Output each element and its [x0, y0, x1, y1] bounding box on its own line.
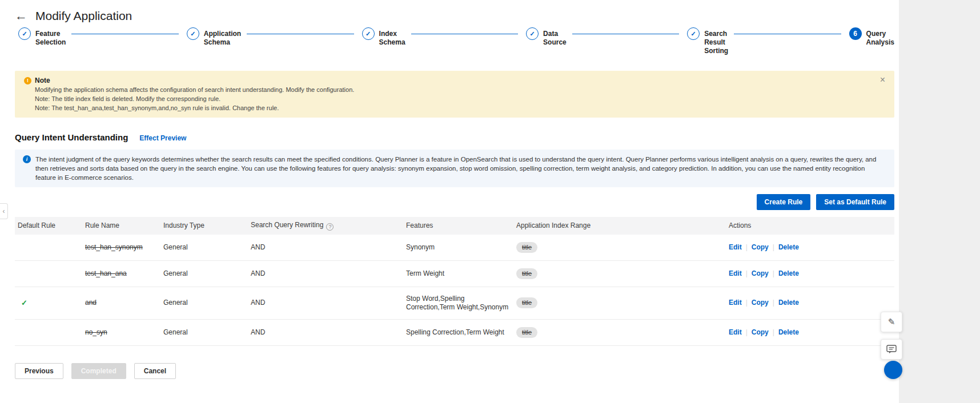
rule-name-cell: and: [82, 287, 160, 319]
table-row: test_han_synonym General AND Synonym tit…: [15, 235, 894, 261]
step-label-line: Analysis: [866, 38, 894, 47]
copy-link[interactable]: Copy: [752, 269, 769, 277]
default-rule-cell: [15, 260, 82, 287]
step-query-analysis[interactable]: 6 Query Analysis: [849, 27, 894, 47]
collapse-panel-handle[interactable]: ‹: [0, 203, 8, 219]
step-connector: [411, 34, 518, 34]
feedback-float-button[interactable]: [881, 339, 902, 360]
previous-button[interactable]: Previous: [15, 363, 63, 379]
query-rewriting-cell: AND: [248, 287, 403, 319]
step-label-line: Feature: [35, 30, 66, 38]
check-icon: ✓: [529, 30, 535, 38]
page-title: Modify Application: [35, 9, 132, 23]
right-gutter: [899, 0, 980, 403]
default-check-icon: ✓: [18, 299, 27, 307]
step-label-line: Source: [543, 38, 567, 47]
rule-name: test_han_ana: [85, 269, 127, 277]
edit-link[interactable]: Edit: [729, 243, 742, 251]
help-icon[interactable]: ?: [326, 223, 334, 231]
note-line: Note: The test_han_ana,test_han_synonym,…: [35, 104, 871, 112]
features-cell: Synonym: [403, 235, 513, 261]
step-done-circle: ✓: [526, 27, 539, 40]
col-application-index-range: Application Index Range: [513, 217, 726, 235]
step-feature-selection[interactable]: ✓ Feature Selection: [18, 27, 66, 47]
features-cell: Stop Word,Spelling Correction,Term Weigh…: [403, 287, 513, 319]
table-row: no_syn General AND Spelling Correction,T…: [15, 319, 894, 345]
step-connector: [71, 34, 178, 34]
step-index-schema[interactable]: ✓ Index Schema: [362, 27, 405, 47]
effect-preview-link[interactable]: Effect Preview: [139, 134, 186, 142]
step-label: Data Source: [543, 27, 567, 47]
cancel-button[interactable]: Cancel: [134, 363, 176, 379]
actions-cell: Edit|Copy|Delete: [726, 319, 894, 345]
step-done-circle: ✓: [187, 27, 199, 40]
separator: |: [746, 328, 748, 336]
index-range-badge: title: [516, 327, 537, 338]
step-label-line: Data: [543, 30, 567, 38]
step-label-line: Schema: [204, 38, 241, 47]
page-header: ← Modify Application: [15, 0, 894, 25]
assistant-float-button[interactable]: [884, 361, 902, 379]
set-default-rule-button[interactable]: Set as Default Rule: [816, 194, 894, 210]
edit-link[interactable]: Edit: [729, 299, 742, 307]
actions-cell: Edit|Copy|Delete: [726, 260, 894, 287]
chevron-left-icon: ‹: [3, 207, 5, 215]
step-data-source[interactable]: ✓ Data Source: [526, 27, 567, 47]
step-search-result-sorting[interactable]: ✓ Search Result Sorting: [687, 27, 728, 55]
note-header: ! Note: [24, 76, 871, 84]
check-icon: ✓: [366, 30, 371, 38]
col-industry-type: Industry Type: [160, 217, 248, 235]
delete-link[interactable]: Delete: [778, 269, 799, 277]
check-icon: ✓: [190, 30, 195, 38]
separator: |: [773, 328, 774, 336]
note-title: Note: [35, 76, 50, 84]
table-header-row: Default Rule Rule Name Industry Type Sea…: [15, 217, 894, 235]
edit-link[interactable]: Edit: [729, 269, 742, 277]
step-connector: [734, 34, 841, 34]
industry-type-cell: General: [160, 235, 248, 261]
step-label-line: Result: [704, 38, 728, 47]
col-label: Search Query Rewriting: [251, 221, 323, 229]
col-default-rule: Default Rule: [15, 217, 82, 235]
check-icon: ✓: [22, 30, 27, 38]
default-rule-cell: [15, 319, 82, 345]
back-button[interactable]: ←: [15, 10, 27, 22]
step-label: Query Analysis: [866, 27, 894, 47]
separator: |: [746, 299, 748, 307]
warning-icon: !: [24, 77, 31, 84]
table-row: ✓ and General AND Stop Word,Spelling Cor…: [15, 287, 894, 319]
step-label: Index Schema: [379, 27, 405, 47]
separator: |: [746, 269, 748, 277]
step-done-circle: ✓: [18, 27, 31, 40]
index-range-cell: title: [513, 260, 726, 287]
note-close-button[interactable]: ×: [880, 75, 885, 84]
copy-link[interactable]: Copy: [752, 299, 769, 307]
create-rule-button[interactable]: Create Rule: [757, 194, 811, 210]
section-title: Query Intent Understanding: [15, 132, 128, 142]
query-rewriting-cell: AND: [248, 235, 403, 261]
rule-name-cell: test_han_synonym: [82, 235, 160, 261]
step-connector: [247, 34, 354, 34]
edit-float-button[interactable]: ✎: [881, 312, 902, 332]
separator: |: [773, 269, 774, 277]
step-label-line: Sorting: [704, 47, 728, 55]
edit-link[interactable]: Edit: [729, 328, 742, 336]
rule-name: no_syn: [85, 328, 107, 336]
default-rule-cell: ✓: [15, 287, 82, 319]
copy-link[interactable]: Copy: [752, 328, 769, 336]
step-application-schema[interactable]: ✓ Application Schema: [187, 27, 241, 47]
step-label: Application Schema: [204, 27, 241, 47]
delete-link[interactable]: Delete: [778, 243, 799, 251]
industry-type-cell: General: [160, 260, 248, 287]
rules-table: Default Rule Rule Name Industry Type Sea…: [15, 217, 894, 346]
info-text: The intent judgment of the query keyword…: [35, 155, 886, 182]
delete-link[interactable]: Delete: [778, 328, 799, 336]
copy-link[interactable]: Copy: [752, 243, 769, 251]
completed-button: Completed: [71, 363, 126, 379]
col-features: Features: [403, 217, 513, 235]
index-range-badge: title: [516, 297, 537, 308]
step-label-line: Index: [379, 30, 405, 38]
modify-application-page: ← Modify Application ✓ Feature Selection…: [0, 0, 909, 379]
delete-link[interactable]: Delete: [778, 299, 799, 307]
step-done-circle: ✓: [687, 27, 700, 40]
